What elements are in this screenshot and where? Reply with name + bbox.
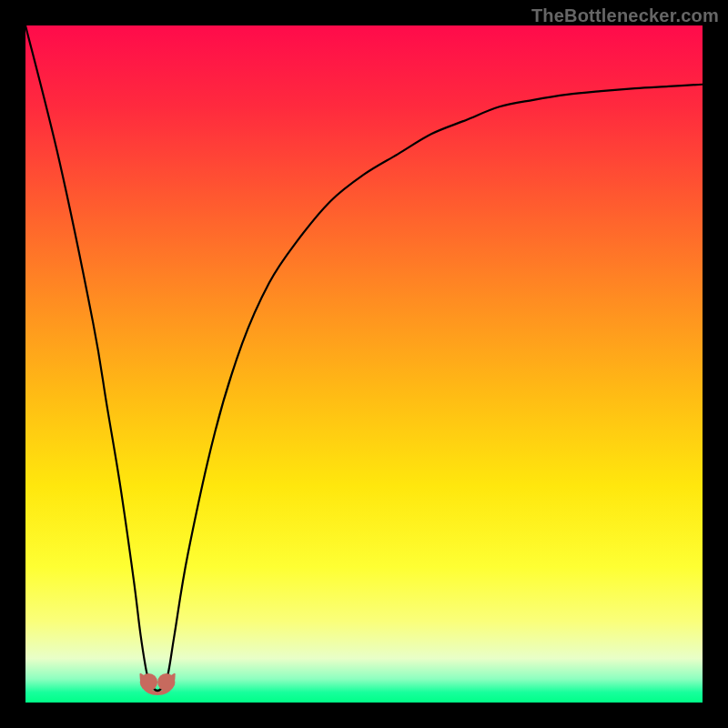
gradient-background	[25, 25, 703, 703]
valley-left-marker	[140, 673, 157, 691]
bottleneck-chart-svg	[25, 25, 703, 703]
valley-right-marker	[157, 673, 175, 691]
plot-area	[25, 25, 703, 703]
chart-frame: TheBottlenecker.com	[0, 0, 728, 728]
watermark-text: TheBottlenecker.com	[531, 5, 719, 26]
